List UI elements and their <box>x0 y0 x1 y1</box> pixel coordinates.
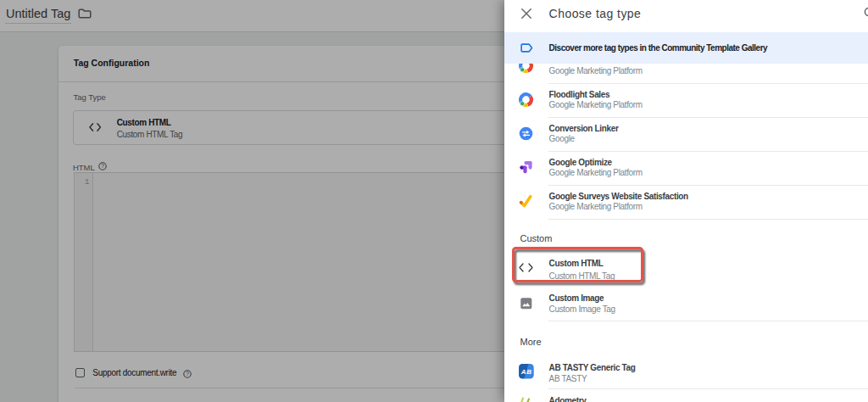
svg-text:A: A <box>520 369 526 377</box>
svg-text:B: B <box>526 369 531 377</box>
